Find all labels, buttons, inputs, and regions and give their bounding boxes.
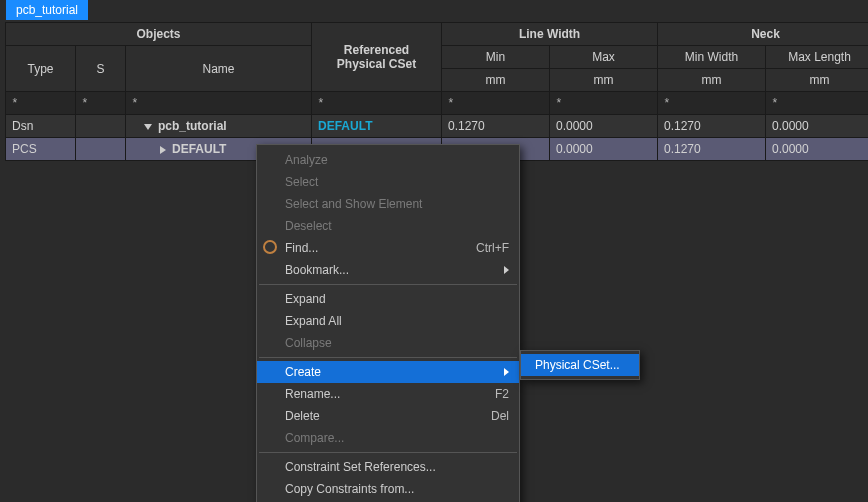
menu-label: Copy Constraints from... [285,482,414,496]
menu-label: Expand [285,292,326,306]
cell-name[interactable]: pcb_tutorial [126,115,312,138]
cell-s [76,138,126,161]
header-name: Name [126,46,312,92]
menu-shortcut: F2 [495,387,509,401]
menu-label: Bookmark... [285,263,349,277]
menu-compare[interactable]: Compare... [257,427,519,449]
context-menu: Analyze Select Select and Show Element D… [256,144,520,502]
header-type: Type [6,46,76,92]
menu-rename[interactable]: Rename...F2 [257,383,519,405]
menu-label: Create [285,365,321,379]
cell-type: Dsn [6,115,76,138]
header-lw-max: Max [550,46,658,69]
cell-name-label: DEFAULT [172,142,226,156]
cell-lw-max[interactable]: 0.0000 [550,115,658,138]
tab-pcb-tutorial[interactable]: pcb_tutorial [6,0,88,20]
menu-deselect[interactable]: Deselect [257,215,519,237]
menu-label: Analyze [285,153,328,167]
header-neck: Neck [658,23,868,46]
filter-s[interactable]: * [76,92,126,115]
cell-nk-maxl[interactable]: 0.0000 [766,115,868,138]
cell-type: PCS [6,138,76,161]
header-objects: Objects [6,23,312,46]
cell-name-label: pcb_tutorial [158,119,227,133]
menu-analyze[interactable]: Analyze [257,149,519,171]
menu-create[interactable]: Create [257,361,519,383]
menu-label: Select [285,175,318,189]
filter-type[interactable]: * [6,92,76,115]
cell-nk-minw[interactable]: 0.1270 [658,138,766,161]
menu-select-show[interactable]: Select and Show Element [257,193,519,215]
cell-nk-maxl[interactable]: 0.0000 [766,138,868,161]
menu-label: Compare... [285,431,344,445]
chevron-right-icon[interactable] [160,146,166,154]
header-nk-maxl: Max Length [766,46,868,69]
header-lw-min-unit: mm [442,69,550,92]
menu-label: Delete [285,409,320,423]
filter-lw-max[interactable]: * [550,92,658,115]
menu-label: Deselect [285,219,332,233]
header-nk-minw-unit: mm [658,69,766,92]
chevron-right-icon [504,266,509,274]
header-lw-max-unit: mm [550,69,658,92]
filter-nk-minw[interactable]: * [658,92,766,115]
menu-expand[interactable]: Expand [257,288,519,310]
menu-expand-all[interactable]: Expand All [257,310,519,332]
header-nk-minw: Min Width [658,46,766,69]
menu-separator [259,357,517,358]
header-nk-maxl-unit: mm [766,69,868,92]
find-icon [263,240,279,256]
chevron-down-icon[interactable] [144,124,152,130]
header-linewidth: Line Width [442,23,658,46]
menu-separator [259,452,517,453]
cell-cset[interactable]: DEFAULT [312,115,442,138]
menu-constraint-set-references[interactable]: Constraint Set References... [257,456,519,478]
menu-shortcut: Del [491,409,509,423]
menu-label: Constraint Set References... [285,460,436,474]
menu-copy-constraints-from[interactable]: Copy Constraints from... [257,478,519,500]
menu-collapse[interactable]: Collapse [257,332,519,354]
menu-bookmark[interactable]: Bookmark... [257,259,519,281]
menu-delete[interactable]: DeleteDel [257,405,519,427]
header-lw-min: Min [442,46,550,69]
filter-cset[interactable]: * [312,92,442,115]
menu-label: Find... [285,241,318,255]
create-submenu: Physical CSet... [520,350,640,380]
header-s: S [76,46,126,92]
menu-label: Rename... [285,387,340,401]
filter-lw-min[interactable]: * [442,92,550,115]
menu-select[interactable]: Select [257,171,519,193]
constraints-table: Objects Referenced Physical CSet Line Wi… [5,22,867,161]
menu-find[interactable]: Find... Ctrl+F [257,237,519,259]
filter-nk-maxl[interactable]: * [766,92,868,115]
cell-nk-minw[interactable]: 0.1270 [658,115,766,138]
menu-separator [259,284,517,285]
table-row[interactable]: Dsn pcb_tutorial DEFAULT 0.1270 0.0000 0… [6,115,869,138]
cell-lw-max[interactable]: 0.0000 [550,138,658,161]
cell-lw-min[interactable]: 0.1270 [442,115,550,138]
menu-label: Physical CSet... [535,358,620,372]
cell-s [76,115,126,138]
menu-label: Collapse [285,336,332,350]
chevron-right-icon [504,368,509,376]
menu-label: Select and Show Element [285,197,422,211]
submenu-physical-cset[interactable]: Physical CSet... [521,354,639,376]
header-refcset: Referenced Physical CSet [312,23,442,92]
filter-name[interactable]: * [126,92,312,115]
menu-shortcut: Ctrl+F [476,241,509,255]
menu-label: Expand All [285,314,342,328]
